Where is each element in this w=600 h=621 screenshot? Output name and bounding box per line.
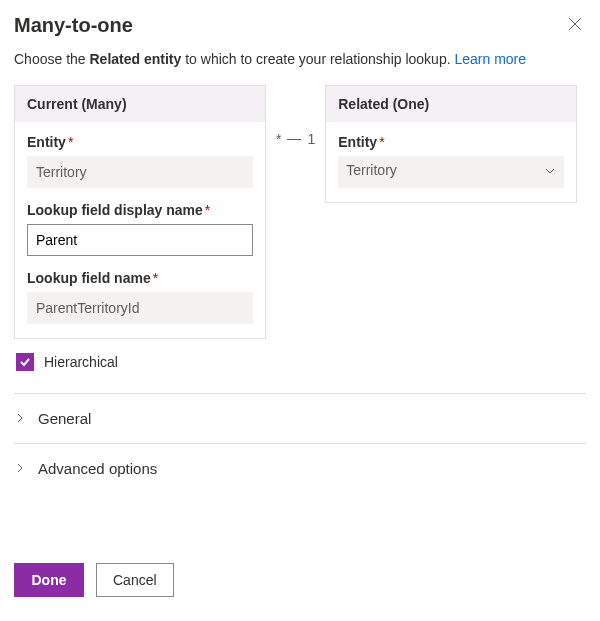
chevron-right-icon <box>14 461 26 477</box>
lookup-name-field <box>27 292 253 324</box>
section-advanced-label: Advanced options <box>38 460 157 477</box>
connector-one-symbol: 1 <box>307 131 315 147</box>
related-entity-select[interactable]: Territory <box>338 156 564 188</box>
related-panel-title: Related (One) <box>326 86 576 122</box>
required-indicator: * <box>379 134 384 150</box>
connector-many-symbol: * <box>276 131 281 147</box>
required-indicator: * <box>153 270 158 286</box>
required-indicator: * <box>68 134 73 150</box>
close-icon[interactable] <box>564 14 586 36</box>
hierarchical-checkbox[interactable] <box>16 353 34 371</box>
section-advanced[interactable]: Advanced options <box>14 443 586 493</box>
required-indicator: * <box>205 202 210 218</box>
current-entity-field <box>27 156 253 188</box>
related-entity-label: Entity <box>338 134 377 150</box>
learn-more-link[interactable]: Learn more <box>454 51 526 67</box>
lookup-display-label: Lookup field display name <box>27 202 203 218</box>
lookup-name-label: Lookup field name <box>27 270 151 286</box>
related-entity-value: Territory <box>338 156 564 184</box>
lookup-display-field[interactable] <box>27 224 253 256</box>
hierarchical-label: Hierarchical <box>44 354 118 370</box>
chevron-right-icon <box>14 411 26 427</box>
connector-line <box>287 139 301 140</box>
current-panel: Current (Many) Entity* Lookup field disp… <box>14 85 266 339</box>
page-title: Many-to-one <box>14 14 133 37</box>
relationship-connector: * 1 <box>276 85 315 147</box>
current-panel-title: Current (Many) <box>15 86 265 122</box>
section-general-label: General <box>38 410 91 427</box>
intro-rest: to which to create your relationship loo… <box>181 51 454 67</box>
cancel-button[interactable]: Cancel <box>96 563 174 597</box>
done-button[interactable]: Done <box>14 563 84 597</box>
intro-text: Choose the Related entity to which to cr… <box>14 51 586 67</box>
section-general[interactable]: General <box>14 393 586 443</box>
intro-prefix: Choose the <box>14 51 90 67</box>
intro-bold: Related entity <box>90 51 182 67</box>
related-panel: Related (One) Entity* Territory <box>325 85 577 203</box>
current-entity-label: Entity <box>27 134 66 150</box>
